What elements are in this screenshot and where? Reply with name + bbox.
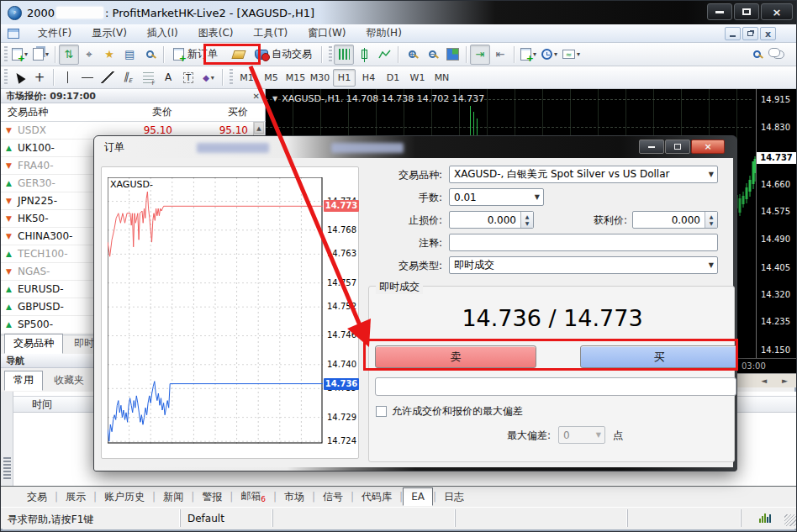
bar-chart-button[interactable] bbox=[334, 45, 354, 65]
timeframe-m5[interactable]: M5 bbox=[260, 69, 282, 87]
bottom-tab-警报[interactable]: 警报 bbox=[194, 487, 230, 507]
dialog-close-button[interactable]: × bbox=[691, 140, 725, 154]
text-label-tool-button[interactable]: T bbox=[178, 67, 198, 87]
strategy-tester-button[interactable] bbox=[140, 45, 160, 65]
shapes-tool-button[interactable]: ◆▾ bbox=[198, 67, 219, 87]
order-type-select[interactable]: 即时成交▼ bbox=[449, 256, 718, 274]
bottom-tab-账户历史[interactable]: 账户历史 bbox=[97, 487, 152, 507]
timeframe-h1[interactable]: H1 bbox=[333, 69, 356, 87]
navigator-toggle-button[interactable]: ★ bbox=[99, 45, 119, 65]
history-center-button[interactable] bbox=[229, 45, 249, 65]
terminal-toggle-button[interactable]: ▤ bbox=[119, 45, 140, 65]
chevron-down-icon: ▼ bbox=[272, 95, 277, 103]
child-restore-button[interactable] bbox=[742, 27, 758, 40]
fibonacci-tool-button[interactable] bbox=[138, 67, 158, 87]
new-order-icon: + bbox=[173, 48, 184, 61]
community-chat-icon[interactable] bbox=[773, 50, 784, 59]
panel-close-icon[interactable]: ✕ bbox=[253, 92, 260, 101]
window-close-button[interactable]: × bbox=[761, 3, 793, 20]
menu-item-4[interactable]: 工具(T) bbox=[244, 24, 298, 42]
bottom-tab-邮箱[interactable]: 邮箱6 bbox=[233, 487, 273, 506]
status-help-text: 寻求帮助,请按F1键 bbox=[1, 509, 180, 527]
window-minimize-button[interactable] bbox=[707, 3, 732, 20]
new-order-button[interactable]: + 新订单 bbox=[167, 45, 224, 65]
indicators-button[interactable]: +▾ bbox=[518, 45, 539, 65]
scroll-right-icon[interactable]: ► bbox=[782, 377, 788, 385]
timeframe-d1[interactable]: D1 bbox=[382, 69, 404, 87]
menu-item-3[interactable]: 图表(C) bbox=[188, 24, 244, 42]
bottom-tab-代码库[interactable]: 代码库 bbox=[354, 487, 399, 507]
timeframe-m15[interactable]: M15 bbox=[284, 69, 307, 87]
menu-item-2[interactable]: 插入(I) bbox=[137, 24, 188, 42]
spinner-arrows-icon: ▲▼ bbox=[705, 212, 717, 228]
new-chart-button[interactable]: +▾ bbox=[9, 45, 30, 65]
sell-button[interactable]: 卖 bbox=[375, 345, 536, 368]
profiles-button[interactable]: ▾ bbox=[30, 45, 51, 65]
templates-button[interactable]: ≈▾ bbox=[560, 45, 583, 65]
dialog-minimize-button[interactable] bbox=[639, 140, 664, 154]
instant-execution-group: 即时成交 14.736 / 14.773 卖 买 允许成交价和报价的最大偏差 最… bbox=[368, 286, 735, 462]
status-profile[interactable]: Default bbox=[180, 509, 272, 527]
timeframe-m1[interactable]: M1 bbox=[235, 69, 258, 87]
time-axis-label: 03:00 bbox=[742, 361, 766, 371]
zoom-out-button[interactable]: − bbox=[422, 45, 442, 65]
dialog-maximize-button[interactable] bbox=[665, 140, 690, 154]
zoom-in-button[interactable]: + bbox=[402, 45, 422, 65]
trendline-tool-button[interactable] bbox=[98, 67, 118, 87]
tab-交易品种[interactable]: 交易品种 bbox=[4, 334, 63, 354]
timeframe-w1[interactable]: W1 bbox=[406, 69, 429, 87]
line-chart-button[interactable] bbox=[374, 45, 394, 65]
toolbar-grip[interactable] bbox=[4, 46, 8, 63]
resize-grip[interactable] bbox=[784, 514, 796, 526]
bottom-tab-信号[interactable]: 信号 bbox=[315, 487, 351, 507]
nav-tab-收藏夹[interactable]: 收藏夹 bbox=[45, 371, 93, 391]
bottom-tab-市场[interactable]: 市场 bbox=[277, 487, 312, 507]
auto-scroll-button[interactable]: ⇥ bbox=[470, 45, 490, 65]
market-watch-toggle-button[interactable]: ⇅ bbox=[59, 45, 79, 65]
scroll-up-icon[interactable]: ▲ bbox=[254, 122, 264, 134]
child-minimize-button[interactable] bbox=[725, 27, 741, 40]
max-deviation-select[interactable]: 0▼ bbox=[558, 426, 605, 444]
order-dialog-titlebar[interactable]: 订单 × bbox=[94, 136, 736, 158]
periods-button[interactable]: ▾ bbox=[539, 45, 560, 65]
crosshair-tool-button[interactable]: + bbox=[29, 67, 50, 87]
menu-item-1[interactable]: 显示(V) bbox=[82, 24, 137, 42]
bottom-tab-EA[interactable]: EA bbox=[403, 487, 433, 506]
horizontal-line-tool-button[interactable] bbox=[77, 67, 98, 87]
data-window-button[interactable]: ⌖ bbox=[79, 45, 99, 65]
chevron-down-icon: ▼ bbox=[709, 171, 714, 178]
comment-input[interactable] bbox=[449, 234, 718, 251]
tile-windows-button[interactable] bbox=[442, 45, 462, 65]
bottom-tab-新闻[interactable]: 新闻 bbox=[156, 487, 191, 507]
search-icon[interactable] bbox=[753, 50, 761, 58]
nav-tab-常用[interactable]: 常用 bbox=[4, 371, 43, 391]
symbol-select[interactable]: XAGUSD-, 白银美元 Spot Silver vs US Dollar▼ bbox=[449, 166, 718, 183]
text-tool-button[interactable]: A bbox=[158, 67, 178, 87]
window-maximize-button[interactable] bbox=[734, 3, 759, 20]
bottom-tab-展示[interactable]: 展示 bbox=[58, 487, 93, 507]
timeframe-h4[interactable]: H4 bbox=[357, 69, 380, 87]
take-profit-input[interactable]: 0.000▲▼ bbox=[632, 211, 718, 229]
timeframe-mn[interactable]: MN bbox=[430, 69, 453, 87]
auto-trading-button[interactable]: 自动交易 bbox=[249, 45, 318, 65]
menu-item-5[interactable]: 窗口(W) bbox=[298, 24, 356, 42]
buy-button[interactable]: 买 bbox=[580, 345, 738, 368]
child-close-button[interactable]: x bbox=[760, 27, 776, 40]
timeframe-m30[interactable]: M30 bbox=[309, 69, 331, 87]
vertical-line-tool-button[interactable] bbox=[57, 67, 77, 87]
scroll-left-icon[interactable]: ◄ bbox=[761, 377, 767, 385]
cursor-tool-button[interactable] bbox=[9, 67, 29, 87]
channel-tool-button[interactable]: ∥E bbox=[118, 67, 138, 87]
deviation-checkbox[interactable] bbox=[376, 406, 387, 417]
bottom-tab-日志[interactable]: 日志 bbox=[436, 487, 472, 507]
terminal-grip[interactable] bbox=[1, 392, 13, 486]
auto-trading-icon bbox=[255, 50, 268, 60]
volume-select[interactable]: 0.01▼ bbox=[449, 188, 544, 206]
price-scale-label: 14.575 bbox=[761, 207, 790, 216]
menu-item-0[interactable]: 文件(F) bbox=[28, 24, 82, 42]
menu-item-6[interactable]: 帮助(H) bbox=[356, 24, 411, 42]
chart-shift-button[interactable]: ⇤ bbox=[490, 45, 510, 65]
bottom-tab-交易[interactable]: 交易 bbox=[19, 487, 55, 507]
candlestick-chart-button[interactable] bbox=[354, 45, 374, 65]
toolbar-grip[interactable] bbox=[4, 69, 8, 86]
